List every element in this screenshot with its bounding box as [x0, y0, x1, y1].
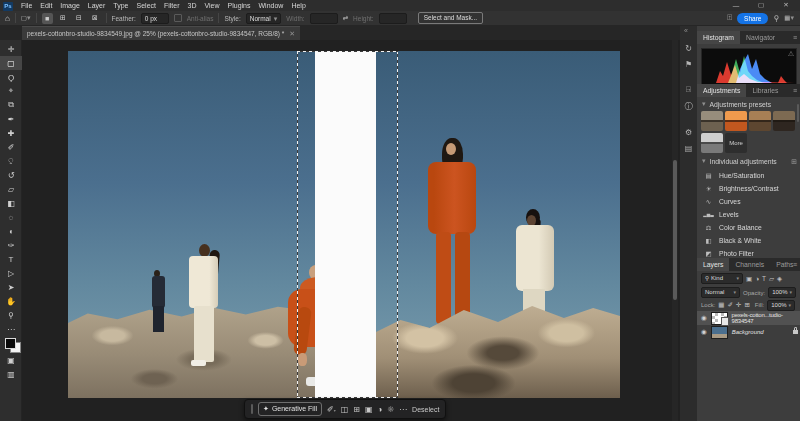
export-icon[interactable]: ⍈: [680, 82, 697, 98]
select-subject-icon[interactable]: ◫: [341, 405, 349, 414]
panel-menu-icon[interactable]: ≡: [793, 84, 797, 97]
layer-name[interactable]: Background: [732, 329, 764, 335]
panel-menu-icon[interactable]: ≡: [793, 31, 797, 44]
menu-filter[interactable]: Filter: [160, 0, 184, 11]
menu-plugins[interactable]: Plugins: [224, 0, 255, 11]
actions-icon[interactable]: ⚑: [680, 56, 697, 72]
document-tab[interactable]: pexels-cottonbro-studio-9834549.jpg @ 25…: [22, 26, 300, 40]
foreground-color-swatch[interactable]: [5, 338, 16, 349]
hand-tool[interactable]: ✋: [0, 294, 22, 308]
menu-file[interactable]: File: [17, 0, 36, 11]
lock-position-icon[interactable]: ✛: [736, 301, 741, 309]
search-icon[interactable]: ⚲: [773, 14, 779, 23]
layer-row-generated[interactable]: ◉ pexels-cotton...tudio-9834547: [697, 311, 800, 325]
type-tool[interactable]: T: [0, 252, 22, 266]
brush-selection-icon[interactable]: ✐▾: [327, 405, 336, 414]
adjustment-curves[interactable]: ∿ Curves: [697, 195, 800, 208]
menu-select[interactable]: Select: [133, 0, 160, 11]
home-icon[interactable]: ⌂: [5, 14, 10, 23]
tab-channels[interactable]: Channels: [729, 258, 770, 271]
menu-layer[interactable]: Layer: [84, 0, 110, 11]
quick-mask-icon[interactable]: ▣: [0, 353, 22, 367]
preset-thumbnail[interactable]: [701, 133, 723, 153]
tab-histogram[interactable]: Histogram: [697, 31, 740, 44]
menu-image[interactable]: Image: [56, 0, 83, 11]
lock-artboard-icon[interactable]: ⊞: [744, 301, 749, 309]
presets-more-button[interactable]: More: [725, 133, 747, 153]
fill-selection-icon[interactable]: ▣: [365, 405, 373, 414]
transform-icon[interactable]: ⊞: [353, 405, 360, 414]
generative-fill-button[interactable]: ✦ Generative Fill: [258, 402, 322, 416]
menu-3d[interactable]: 3D: [184, 0, 201, 11]
zoom-tool[interactable]: ⚲: [0, 308, 22, 322]
blur-tool[interactable]: ◌: [0, 210, 22, 224]
restore-button[interactable]: ▢: [751, 1, 771, 9]
close-button[interactable]: ✕: [776, 1, 796, 9]
minimize-button[interactable]: —: [726, 2, 746, 9]
add-selection-mode[interactable]: ⊞: [58, 13, 69, 24]
properties-icon[interactable]: ⚙: [680, 124, 697, 140]
new-selection-mode[interactable]: ■: [42, 13, 53, 24]
filter-shape-icon[interactable]: ▱: [769, 275, 774, 283]
layer-thumbnail[interactable]: [711, 312, 728, 325]
edit-toolbar-icon[interactable]: ⋯: [0, 322, 22, 336]
feather-input[interactable]: 0 px: [141, 13, 169, 24]
lock-transparent-icon[interactable]: ▦: [718, 301, 724, 309]
clone-stamp-tool[interactable]: ⍜: [0, 154, 22, 168]
anti-alias-checkbox[interactable]: [174, 14, 182, 22]
preset-thumbnail[interactable]: [749, 111, 771, 131]
feather-icon[interactable]: ❋: [387, 405, 394, 414]
preset-thumbnail[interactable]: [701, 111, 723, 131]
taskbar-drag-handle[interactable]: [251, 404, 253, 414]
history-brush-tool[interactable]: ↺: [0, 168, 22, 182]
filter-smart-icon[interactable]: ◈: [777, 275, 782, 283]
dodge-tool[interactable]: ◖: [0, 224, 22, 238]
deselect-button[interactable]: Deselect: [412, 406, 439, 413]
layer-name[interactable]: pexels-cotton...tudio-9834547: [732, 312, 800, 324]
tab-layers[interactable]: Layers: [697, 258, 729, 271]
color-swatches[interactable]: [0, 337, 21, 353]
tab-navigator[interactable]: Navigator: [740, 31, 781, 44]
adjustment-levels[interactable]: ▂▅▃ Levels: [697, 208, 800, 221]
crop-tool[interactable]: ⧉: [0, 98, 22, 112]
publish-icon[interactable]: ⍐: [727, 13, 732, 23]
menu-type[interactable]: Type: [109, 0, 132, 11]
tab-libraries[interactable]: Libraries: [746, 84, 784, 97]
swap-dimensions-icon[interactable]: ⇄: [343, 14, 348, 22]
style-select[interactable]: Normal▾: [246, 13, 281, 24]
canvas-scrollbar-thumb[interactable]: [673, 160, 677, 300]
adjustment-hue-saturation[interactable]: ▤ Hue/Saturation: [697, 169, 800, 182]
preset-thumbnail[interactable]: [725, 111, 747, 131]
filter-adjustment-icon[interactable]: ◑: [755, 275, 759, 282]
adjustment-icon[interactable]: ◑: [378, 405, 383, 414]
brush-tool[interactable]: ✐: [0, 140, 22, 154]
menu-help[interactable]: Help: [287, 0, 309, 11]
kind-filter-select[interactable]: ⚲ Kind ▾: [701, 273, 743, 284]
path-selection-tool[interactable]: ▷: [0, 266, 22, 280]
fill-select[interactable]: 100% ▾: [767, 300, 795, 311]
panel-scrollbar-thumb[interactable]: [797, 104, 799, 122]
adjustment-black-white[interactable]: ◧ Black & White: [697, 234, 800, 247]
blend-mode-select[interactable]: Normal ▾: [701, 287, 740, 298]
filter-type-icon[interactable]: T: [762, 275, 766, 282]
layer-visibility-icon[interactable]: ◉: [701, 328, 707, 336]
screen-mode-icon[interactable]: ▥: [0, 367, 22, 381]
grid-view-icon[interactable]: ⊞: [791, 155, 797, 168]
menu-view[interactable]: View: [201, 0, 224, 11]
share-button[interactable]: Share: [737, 13, 768, 24]
collapse-dock-icon[interactable]: «: [684, 27, 688, 34]
history-icon[interactable]: ↻: [680, 40, 697, 56]
adjustment-brightness-contrast[interactable]: ☀ Brightness/Contrast: [697, 182, 800, 195]
menu-edit[interactable]: Edit: [36, 0, 56, 11]
workspace-switcher[interactable]: ▦▾: [784, 14, 794, 22]
tab-adjustments[interactable]: Adjustments: [697, 84, 746, 97]
eyedropper-tool[interactable]: ✒: [0, 112, 22, 126]
subtract-selection-mode[interactable]: ⊟: [74, 13, 85, 24]
canvas-scrollbar-track[interactable]: [672, 40, 678, 421]
layer-thumbnail[interactable]: [711, 326, 728, 339]
libraries-icon[interactable]: ▤: [680, 140, 697, 156]
layer-row-background[interactable]: ◉ Background: [697, 325, 800, 339]
opacity-select[interactable]: 100% ▾: [768, 287, 796, 298]
object-selection-tool[interactable]: ⌖: [0, 84, 22, 98]
canvas-area[interactable]: [22, 40, 680, 421]
